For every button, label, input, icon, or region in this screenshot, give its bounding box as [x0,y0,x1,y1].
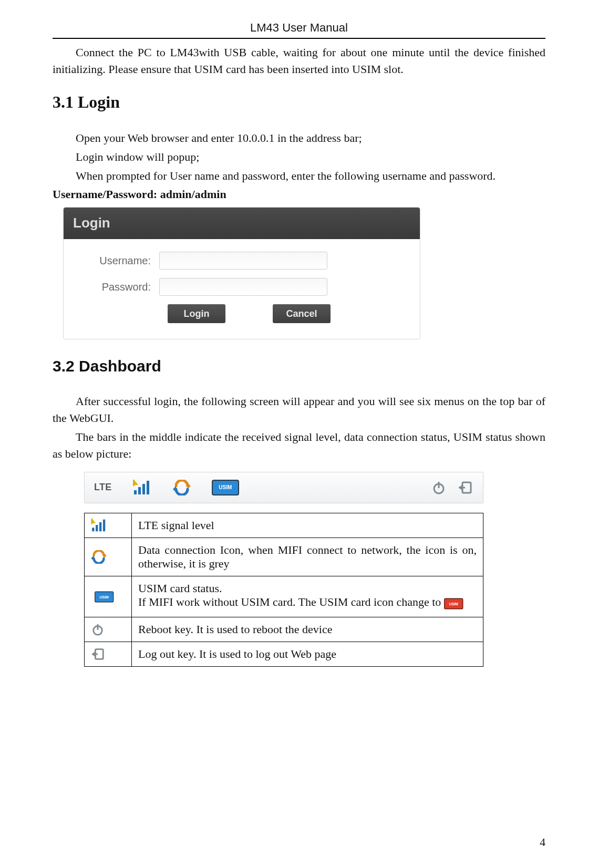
legend-desc: Log out key. It is used to log out Web p… [132,642,483,667]
section-heading-3-1: 3.1 Login [53,92,545,112]
connection-arrows-icon [173,480,191,495]
reboot-icon[interactable] [431,480,446,495]
svg-rect-14 [99,522,101,531]
section-heading-3-2: 3.2 Dashboard [53,357,545,375]
login-card-body: Username: Password: Login Cancel [64,239,420,339]
svg-rect-5 [133,480,135,486]
logout-icon [91,647,125,661]
svg-rect-1 [138,487,141,494]
reboot-icon [91,623,125,636]
svg-rect-12 [92,528,94,531]
svg-marker-7 [173,486,176,492]
password-label: Password: [75,281,159,293]
password-field[interactable] [159,278,327,296]
username-label: Username: [75,255,159,267]
login-card: Login Username: Password: Login Cancel [63,207,420,339]
head-rule [53,38,545,39]
svg-marker-11 [459,485,462,490]
svg-rect-15 [103,520,105,532]
signal-bars-icon [133,480,152,495]
s31-p2: Login window will popup; [53,149,545,166]
legend-desc-line2: If MIFI work without USIM card. The USIM… [138,595,444,608]
signal-bars-icon [91,519,125,532]
s31-p1: Open your Web browser and enter 10.0.0.1… [53,130,545,147]
table-row: LTE signal level [85,513,483,538]
login-button[interactable]: Login [168,304,225,323]
legend-desc-line1: USIM card status. [138,582,222,595]
password-row: Password: [75,278,408,296]
table-row: Log out key. It is used to log out Web p… [85,642,483,667]
table-row: USIM USIM card status. If MIFI work with… [85,576,483,617]
s31-p3: When prompted for User name and password… [53,168,545,184]
page-number: 4 [540,835,545,849]
svg-rect-21 [97,624,99,630]
status-bar-left: LTE [94,480,239,495]
legend-table: LTE signal level Data connection Icon, w… [84,513,483,667]
cancel-button[interactable]: Cancel [273,304,331,323]
network-type-label: LTE [94,482,112,493]
intro-paragraph: Connect the PC to LM43with USB cable, wa… [53,44,545,78]
connection-arrows-icon [91,550,125,564]
logout-icon[interactable] [458,480,473,495]
usim-card-icon-red: USIM [444,598,463,609]
s32-p1: After successful login, the following sc… [53,393,545,427]
legend-icon-cell [85,642,132,667]
legend-icon-cell [85,513,132,538]
section-31-body: Open your Web browser and enter 10.0.0.1… [53,130,545,203]
status-bar-right [431,480,473,495]
username-row: Username: [75,252,408,270]
legend-icon-cell: USIM [85,576,132,617]
legend-desc: USIM card status. If MIFI work without U… [132,576,483,617]
intro-block: Connect the PC to LM43with USB cable, wa… [53,44,545,78]
username-field[interactable] [159,252,327,270]
legend-desc: Data connection Icon, when MIFI connect … [132,538,483,576]
svg-marker-16 [92,519,96,523]
s32-p2: The bars in the middle indicate the rece… [53,429,545,462]
legend-icon-cell [85,617,132,642]
svg-marker-19 [91,555,94,561]
svg-rect-13 [96,525,98,531]
legend-desc: LTE signal level [132,513,483,538]
login-card-title: Login [64,208,420,239]
svg-marker-4 [134,480,138,485]
legend-desc: Reboot key. It is used to reboot the dev… [132,617,483,642]
legend-icon-cell [85,538,132,576]
svg-rect-17 [91,519,92,524]
table-row: Reboot key. It is used to reboot the dev… [85,617,483,642]
svg-rect-3 [147,481,149,494]
running-head: LM43 User Manual [53,21,545,35]
table-row: Data connection Icon, when MIFI connect … [85,538,483,576]
usim-card-icon: USIM [212,480,239,495]
svg-rect-9 [438,482,440,488]
s31-credentials: Username/Password: admin/admin [53,186,545,203]
section-32-body: After successful login, the following sc… [53,393,545,462]
svg-rect-2 [142,484,145,494]
usim-card-icon: USIM [95,592,114,603]
login-actions: Login Cancel [75,304,408,323]
svg-rect-0 [134,490,137,494]
svg-marker-23 [92,652,95,657]
status-bar: LTE [84,472,483,503]
